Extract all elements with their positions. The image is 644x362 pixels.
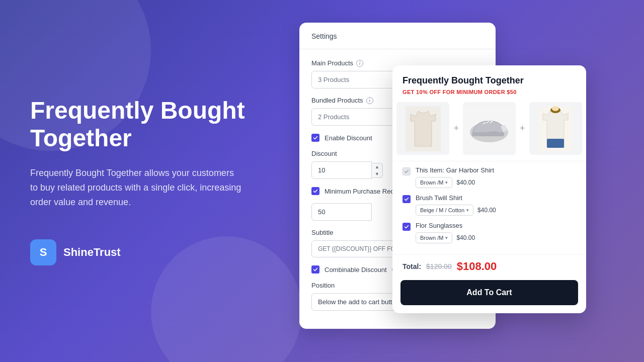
- brand-icon: S: [30, 239, 56, 265]
- settings-header: Settings: [299, 23, 496, 49]
- discount-input[interactable]: [311, 161, 372, 179]
- item-3-variant-select[interactable]: Brown /M ▾: [416, 232, 452, 243]
- discount-down-arrow[interactable]: ▼: [372, 170, 382, 177]
- item-1-name: This Item: Gar Harbor Shirt: [416, 166, 576, 174]
- item-3-checkbox[interactable]: [403, 223, 411, 231]
- settings-title: Settings: [311, 32, 337, 40]
- enable-discount-label: Enable Discount: [325, 134, 372, 142]
- item-2-name: Brush Twill Shirt: [416, 194, 576, 202]
- preview-item-row-2: Brush Twill Shirt Beige / M / Cotton ▾ $…: [403, 194, 576, 216]
- preview-total: Total: $120.00 $108.00: [392, 254, 586, 280]
- main-products-info-icon: i: [356, 60, 363, 67]
- item-2-checkbox[interactable]: [403, 195, 411, 203]
- product-thumb-1: [396, 102, 449, 155]
- enable-discount-checkbox[interactable]: [311, 134, 319, 142]
- svg-rect-3: [472, 132, 504, 136]
- item-2-variant-select[interactable]: Beige / M / Cotton ▾: [416, 205, 473, 216]
- preview-item-row-3: Flor Sunglasses Brown /M ▾ $40.00: [403, 222, 576, 243]
- preview-items: This Item: Gar Harbor Shirt Brown /M ▾ $…: [392, 161, 586, 254]
- combinable-discount-label: Combinable Discount: [325, 266, 387, 274]
- item-2-price: $40.00: [477, 207, 496, 214]
- item-1-price: $40.00: [456, 179, 475, 186]
- bundled-products-info-icon: i: [366, 97, 373, 104]
- item-2-controls: Beige / M / Cotton ▾ $40.00: [416, 205, 576, 216]
- item-1-checkbox[interactable]: [403, 167, 411, 175]
- hero-description: Frequently Bought Together allows your c…: [30, 166, 242, 209]
- svg-rect-10: [547, 139, 564, 148]
- preview-discount-badge: GET 10% OFF FOR MINIMUM ORDER $50: [403, 89, 576, 95]
- plus-icon-1: +: [449, 123, 463, 134]
- item-1-controls: Brown /M ▾ $40.00: [416, 177, 576, 188]
- preview-title: Frequently Bought Together: [403, 75, 576, 86]
- discount-arrows: ▲ ▼: [372, 163, 383, 178]
- preview-images: + +: [392, 102, 586, 161]
- svg-point-9: [552, 106, 559, 111]
- preview-item-info-1: This Item: Gar Harbor Shirt Brown /M ▾ $…: [416, 166, 576, 188]
- left-panel: Frequently Bought Together Frequently Bo…: [30, 0, 272, 362]
- product-thumb-2: [463, 102, 516, 155]
- item-3-name: Flor Sunglasses: [416, 222, 576, 229]
- total-discounted-price: $108.00: [457, 260, 497, 273]
- item-3-price: $40.00: [456, 234, 475, 241]
- add-to-cart-button[interactable]: Add To Cart: [400, 280, 578, 305]
- total-label: Total:: [403, 262, 421, 270]
- discount-up-arrow[interactable]: ▲: [372, 163, 382, 170]
- combinable-discount-checkbox[interactable]: [311, 265, 319, 274]
- item-1-variant-select[interactable]: Brown /M ▾: [416, 177, 452, 188]
- total-original-price: $120.00: [426, 262, 452, 270]
- preview-item-row-1: This Item: Gar Harbor Shirt Brown /M ▾ $…: [403, 166, 576, 188]
- preview-item-info-3: Flor Sunglasses Brown /M ▾ $40.00: [416, 222, 576, 243]
- hero-title: Frequently Bought Together: [30, 97, 272, 152]
- plus-icon-2: +: [516, 123, 529, 134]
- brand-name: ShineTrust: [63, 246, 121, 259]
- preview-item-info-2: Brush Twill Shirt Beige / M / Cotton ▾ $…: [416, 194, 576, 216]
- preview-header: Frequently Bought Together GET 10% OFF F…: [392, 65, 586, 102]
- brand-row: S ShineTrust: [30, 239, 272, 265]
- preview-panel: Frequently Bought Together GET 10% OFF F…: [392, 65, 586, 313]
- product-thumb-3: [529, 102, 582, 155]
- min-purchase-input[interactable]: [311, 203, 372, 221]
- item-3-controls: Brown /M ▾ $40.00: [416, 232, 576, 243]
- min-purchase-checkbox[interactable]: [311, 187, 319, 195]
